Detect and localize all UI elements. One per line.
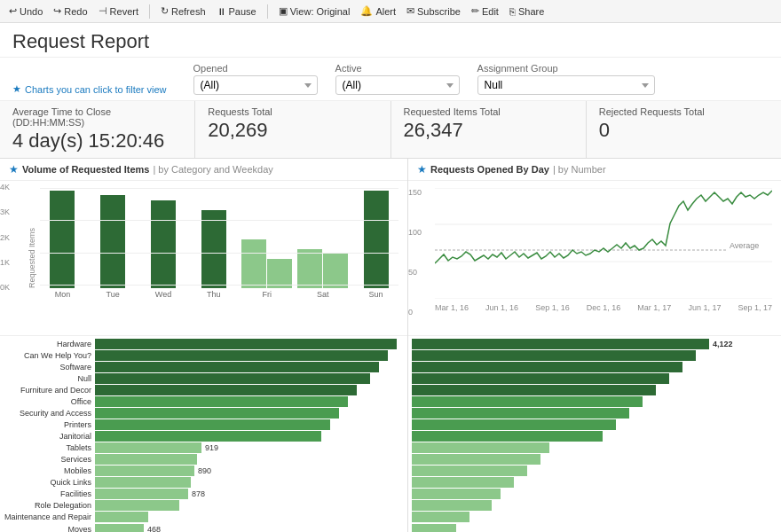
separator (149, 4, 150, 19)
undo-label: Undo (20, 6, 43, 17)
hbar-bar (95, 396, 348, 407)
x-jun17: Jun 1, 17 (688, 303, 721, 312)
right-hbar-bar (412, 339, 709, 349)
right-hbar-row[interactable] (412, 384, 777, 395)
bar-label-sat: Sat (317, 290, 329, 299)
filter-hint-text: Charts you can click to filter view (25, 84, 167, 95)
assignment-group-select[interactable]: Null (477, 75, 655, 95)
right-hbar-row[interactable] (412, 349, 777, 361)
right-hbar-row[interactable] (412, 500, 777, 512)
right-hbar-row[interactable] (412, 477, 777, 489)
bar-col-sat[interactable]: Sat (297, 249, 348, 299)
right-hbar-row[interactable] (412, 419, 777, 430)
right-hbar-bar (412, 512, 469, 522)
hbar-value: 919 (205, 443, 218, 452)
hbar-bar (95, 489, 188, 499)
redo-label: Redo (64, 6, 87, 17)
hbar-row[interactable]: Hardware (0, 338, 407, 349)
right-hbar-bar (412, 373, 669, 384)
left-chart-sub: | by Category and Weekday (153, 164, 272, 175)
bar-main-sat (297, 249, 322, 288)
kpi-requests-total-label: Requests Total (208, 106, 377, 117)
kpi-requests-total: Requests Total 20,269 (195, 101, 390, 158)
line-chart-svg: Average (435, 188, 772, 299)
bar-main-sun (364, 191, 389, 288)
hbar-row[interactable]: Can We Help You? (0, 349, 407, 361)
active-select[interactable]: (All) (335, 75, 460, 95)
pause-icon: ⏸ (217, 6, 226, 17)
bar-col-tue[interactable]: Tue (91, 195, 136, 299)
line-x-axis-labels: Mar 1, 16 Jun 1, 16 Sep 1, 16 Dec 1, 16 … (435, 301, 772, 312)
right-hbar-row[interactable] (412, 512, 777, 523)
refresh-button[interactable]: ↻ Refresh (161, 5, 206, 17)
hbar-row[interactable]: Role Delegation (0, 500, 407, 512)
share-button[interactable]: ⎘ Share (509, 6, 544, 17)
hbar-row[interactable]: Services (0, 454, 407, 466)
right-hbar-row[interactable] (412, 523, 777, 532)
hbar-row[interactable]: Quick Links (0, 477, 407, 489)
grid-line-25 (40, 220, 398, 221)
hbar-row[interactable]: Furniture and Decor (0, 384, 407, 395)
opened-select[interactable]: (All) (193, 75, 318, 95)
hbar-value: 890 (198, 466, 211, 475)
hbar-row[interactable]: Maintenance and Repair (0, 512, 407, 523)
bar-main-wed (151, 200, 176, 288)
page-title: Request Report (12, 30, 769, 53)
subscribe-label: Subscribe (417, 6, 461, 17)
pause-label: Pause (229, 6, 256, 17)
hbar-label: Software (2, 363, 95, 372)
alert-button[interactable]: 🔔 Alert (360, 5, 396, 17)
undo-button[interactable]: ↩ Undo (9, 5, 43, 17)
hbar-bar (95, 466, 194, 476)
pause-button[interactable]: ⏸ Pause (217, 6, 256, 17)
right-hbar-row[interactable] (412, 372, 777, 384)
hbar-row[interactable]: Printers (0, 419, 407, 430)
right-hbar-row[interactable] (412, 489, 777, 500)
right-hbar-row[interactable] (412, 442, 777, 454)
hbar-row[interactable]: Tablets919 (0, 442, 407, 454)
hbar-label: Facilities (2, 489, 95, 498)
share-label: Share (518, 6, 544, 17)
view-original-button[interactable]: ▣ View: Original (279, 5, 351, 17)
redo-button[interactable]: ↪ Redo (53, 5, 87, 17)
hbar-row[interactable]: Office (0, 395, 407, 407)
hbar-row[interactable]: Mobiles890 (0, 466, 407, 477)
revert-button[interactable]: ⊣ Revert (99, 5, 138, 17)
right-hbar-row[interactable] (412, 454, 777, 466)
right-hbar-row[interactable] (412, 431, 777, 442)
hbar-row[interactable]: Janitorial (0, 431, 407, 442)
kpi-items-total: Requested Items Total 26,347 (391, 101, 587, 158)
bar-col-mon[interactable]: Mon (40, 191, 85, 299)
right-hbar-bar (412, 408, 629, 419)
bar-main-fri (241, 239, 266, 288)
right-hbar-row[interactable] (412, 407, 777, 419)
hbar-row[interactable]: Null (0, 372, 407, 384)
line-y-axis-labels: 150 100 50 0 (408, 188, 422, 317)
hbar-row[interactable]: Facilities878 (0, 489, 407, 500)
kpi-rejected-label: Rejected Requests Total (599, 106, 769, 117)
hbar-row[interactable]: Moves468 (0, 523, 407, 532)
right-hbar-row[interactable] (412, 361, 777, 372)
bar-light-sat (323, 254, 348, 288)
subscribe-button[interactable]: ✉ Subscribe (406, 5, 461, 17)
hbar-row[interactable]: Software (0, 361, 407, 372)
edit-button[interactable]: ✏ Edit (471, 5, 499, 17)
bar-col-sun[interactable]: Sun (353, 191, 398, 299)
hbar-bar (95, 431, 321, 442)
y-100: 100 (408, 228, 422, 237)
y-150: 150 (408, 188, 422, 197)
separator2 (267, 4, 268, 19)
bar-col-fri[interactable]: Fri (241, 239, 292, 299)
hbar-bar (95, 477, 191, 488)
right-hbar-row[interactable] (412, 395, 777, 407)
revert-label: Revert (110, 6, 138, 17)
hbar-row[interactable]: Security and Access (0, 407, 407, 419)
hbar-bar (95, 442, 201, 453)
right-hbar-row[interactable]: 4,122 (412, 338, 777, 349)
right-hbar-row[interactable] (412, 466, 777, 477)
bar-col-thu[interactable]: Thu (191, 210, 236, 299)
alert-label: Alert (375, 6, 396, 17)
filters-row: ★ Charts you can click to filter view Op… (0, 58, 781, 101)
hbar-label: Furniture and Decor (2, 386, 95, 395)
hbar-label: Janitorial (2, 432, 95, 441)
